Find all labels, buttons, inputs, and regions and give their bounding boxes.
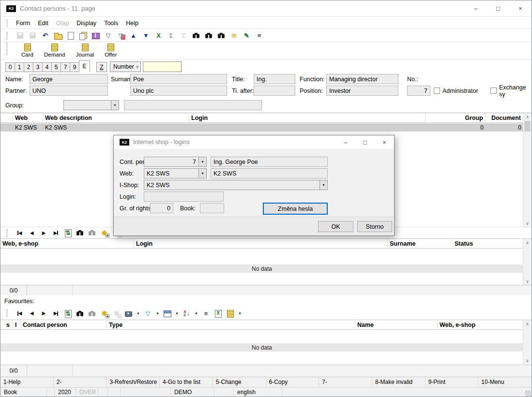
- refresh-icon[interactable]: ⇅: [63, 309, 73, 318]
- partner-name-field[interactable]: Uno plc: [130, 86, 227, 96]
- dialog-close-button[interactable]: ×: [375, 135, 394, 149]
- fkey-3-refresh[interactable]: 3-Refresh/Restore: [106, 377, 160, 386]
- web-combobox[interactable]: K2 SWS ▼: [144, 168, 207, 178]
- menu-display[interactable]: Display: [73, 18, 100, 28]
- dialog-minimize-button[interactable]: –: [336, 135, 355, 149]
- change-password-button[interactable]: Změna hesla: [263, 203, 328, 215]
- find-contact-icon[interactable]: [217, 31, 226, 40]
- tab-2[interactable]: 2: [24, 62, 33, 72]
- tab-e-active[interactable]: E: [79, 60, 90, 72]
- quick-search-input[interactable]: [143, 61, 182, 72]
- scroll-thumb[interactable]: [524, 121, 531, 132]
- combo-arrow-icon[interactable]: ▼: [111, 101, 119, 110]
- filter-icon[interactable]: ▽: [104, 31, 113, 40]
- login-column-header[interactable]: Login: [134, 239, 388, 249]
- move-down-icon[interactable]: ▼: [141, 31, 151, 40]
- position-field[interactable]: Investor: [326, 86, 398, 96]
- scroll-up-icon[interactable]: ∧: [523, 320, 532, 327]
- cont-pers-name-field[interactable]: Ing. George Poe: [211, 157, 328, 167]
- exchange-checkbox[interactable]: [490, 88, 497, 94]
- next-record-icon[interactable]: ▶: [39, 229, 48, 237]
- find-next-icon[interactable]: [204, 31, 213, 40]
- export-excel-icon[interactable]: X: [213, 309, 223, 318]
- fkey-10-menu[interactable]: 10-Menu: [478, 377, 532, 386]
- report-icon[interactable]: [226, 309, 235, 318]
- chevron-down-icon[interactable]: ▾: [155, 311, 160, 316]
- scroll-down-icon[interactable]: ∨: [523, 357, 532, 364]
- tab-9[interactable]: 9: [70, 62, 79, 72]
- login-field[interactable]: [144, 191, 224, 202]
- fkey-1-help[interactable]: 1-Help: [0, 377, 54, 386]
- title-after-field[interactable]: [254, 86, 295, 96]
- combo-arrow-icon[interactable]: ▼: [198, 157, 206, 166]
- document-column-header[interactable]: Document: [486, 113, 523, 123]
- notes-icon[interactable]: ✎: [242, 31, 251, 40]
- menu-help[interactable]: Help: [122, 18, 142, 28]
- scroll-down-icon[interactable]: ∨: [523, 220, 532, 227]
- fkey-2[interactable]: 2-: [54, 377, 107, 386]
- search-field-selector[interactable]: Number ∨: [110, 61, 141, 72]
- add-favourite-icon[interactable]: ✱+: [100, 229, 109, 237]
- name-field[interactable]: George: [30, 74, 108, 84]
- tab-3[interactable]: 3: [33, 62, 43, 72]
- new-record-icon[interactable]: [66, 31, 75, 40]
- demand-button[interactable]: Demand: [43, 43, 66, 58]
- title-field[interactable]: Ing.: [254, 74, 295, 84]
- partner-code-field[interactable]: UNO: [30, 86, 108, 96]
- surname-field[interactable]: Poe: [130, 74, 227, 84]
- find-icon[interactable]: [76, 229, 85, 237]
- offer-button[interactable]: Offer: [103, 43, 118, 58]
- last-record-icon[interactable]: ▶: [51, 309, 61, 318]
- cont-pers-combobox[interactable]: 7 ▼: [144, 157, 207, 167]
- chevron-down-icon[interactable]: ▾: [194, 311, 198, 316]
- card-button[interactable]: Card: [20, 43, 35, 58]
- first-record-icon[interactable]: ◀: [15, 229, 24, 237]
- web-name-field[interactable]: K2 SWS: [211, 168, 328, 178]
- type-column-header[interactable]: Type: [107, 320, 355, 330]
- web-column-header[interactable]: Web: [13, 113, 43, 123]
- web-grid-scrollbar[interactable]: ∧ ∨: [523, 113, 532, 227]
- find-icon[interactable]: [192, 31, 201, 40]
- list-settings-icon[interactable]: ≡: [201, 309, 211, 318]
- contact-person-column-header[interactable]: Contact person: [21, 320, 107, 330]
- tab-7[interactable]: 7: [61, 62, 70, 72]
- sort-az-icon[interactable]: AZ ↓: [182, 309, 191, 318]
- no-field[interactable]: 7: [407, 86, 430, 96]
- fkey-4-go-to-list[interactable]: 4-Go to the list: [160, 377, 213, 386]
- web-grid-row-selected[interactable]: K2 SWS K2 SWS 0 0: [0, 123, 523, 132]
- dialog-maximize-button[interactable]: □: [355, 135, 375, 149]
- z-button[interactable]: Z: [96, 62, 107, 72]
- combo-arrow-icon[interactable]: ▼: [319, 180, 327, 190]
- group-combobox[interactable]: ▼: [63, 100, 119, 110]
- refresh-icon[interactable]: ⇅: [63, 229, 73, 237]
- resize-grip[interactable]: [525, 391, 531, 397]
- tab-5[interactable]: 5: [51, 62, 61, 72]
- favourites-table-scrollbar[interactable]: ∧ ∨: [523, 320, 532, 364]
- form-view-icon[interactable]: [163, 309, 172, 318]
- chevron-down-icon[interactable]: ▾: [238, 311, 242, 316]
- function-field[interactable]: Managing director: [326, 74, 398, 84]
- fkey-8-make-invalid[interactable]: 8-Make invalid: [372, 377, 426, 386]
- mail-icon[interactable]: ✉: [229, 31, 239, 40]
- filter-document-icon[interactable]: ▽: [116, 31, 125, 40]
- fkey-7[interactable]: 7-: [319, 377, 372, 386]
- group-column-header[interactable]: Group: [426, 113, 486, 123]
- web-eshop-column-header[interactable]: Web, e-shop: [0, 239, 134, 249]
- next-record-icon[interactable]: ▶: [39, 309, 48, 318]
- previous-record-icon[interactable]: ◀: [27, 229, 36, 237]
- fkey-9-print[interactable]: 9-Print: [426, 377, 479, 386]
- menu-form[interactable]: Form: [12, 18, 34, 28]
- menu-edit[interactable]: Edit: [34, 18, 52, 28]
- save-icon[interactable]: [15, 31, 25, 40]
- find-icon[interactable]: [76, 309, 85, 318]
- fkey-5-change[interactable]: 5-Change: [213, 377, 266, 386]
- book-field[interactable]: [200, 203, 224, 213]
- logins-table-scrollbar[interactable]: ∧ ∨: [523, 239, 532, 285]
- name-column-header[interactable]: Name: [355, 320, 438, 330]
- i-column-header[interactable]: I: [13, 320, 21, 330]
- surname-column-header[interactable]: Surname: [388, 239, 453, 249]
- previous-record-icon[interactable]: ◀: [27, 309, 36, 318]
- tab-0[interactable]: 0: [5, 62, 15, 72]
- save-as-icon[interactable]: [29, 32, 37, 40]
- ishop-combobox[interactable]: K2 SWS ▼: [144, 180, 328, 190]
